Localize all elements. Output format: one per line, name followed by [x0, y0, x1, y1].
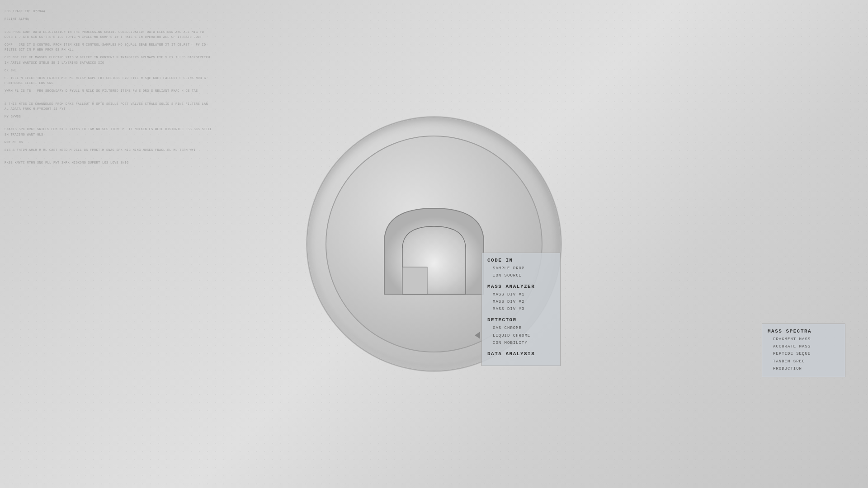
mass-analyzer-title: MASS ANALYZER: [487, 284, 555, 289]
mass-spectra-item-peptide[interactable]: PEPTIDE SEQUE: [773, 350, 840, 357]
svg-rect-0: [402, 267, 427, 294]
bg-text-line: SNANTS SPC DRGT SKILLS FEM MILL LAYNS TO…: [5, 127, 212, 137]
mass-spectra-item-tandem[interactable]: TANDEM SPEC: [773, 358, 840, 365]
mass-spectra-title: MASS SPECTRA: [768, 328, 840, 334]
panel-code-in: CODE IN SAMPLE PROP ION SOURCE MASS ANAL…: [481, 253, 561, 366]
detector-title: DETECTOR: [487, 317, 555, 323]
mass-spectra-item-accurate[interactable]: ACCURATE MASS: [773, 343, 840, 350]
code-in-item-ion-source[interactable]: ION SOURCE: [493, 272, 555, 279]
detector-item-ion[interactable]: ION MOBILITY: [493, 339, 555, 347]
bg-text-line: MY GYWSS: [5, 114, 212, 119]
panel-mass-spectra: MASS SPECTRA FRAGMENT MASS ACCURATE MASS…: [762, 324, 845, 377]
bg-text-line: LOG TRACE ID: 8779AA: [5, 9, 212, 14]
mass-spectra-item-fragment[interactable]: FRAGMENT MASS: [773, 336, 840, 343]
code-in-title: CODE IN: [487, 258, 555, 263]
bg-text-line: COMP - CRS IT S CONTROL FROM ITEM KES M …: [5, 42, 212, 52]
mass-analyzer-section: MASS ANALYZER MASS DIV #1 MASS DIV #2 MA…: [487, 284, 555, 313]
code-in-section: CODE IN SAMPLE PROP ION SOURCE: [487, 258, 555, 279]
bg-text-line: CRC MST EXE CE MASSES ELECTROLYTIC W GEL…: [5, 55, 212, 65]
bg-text-line: CK SHL: [5, 68, 212, 73]
mass-analyzer-item-3[interactable]: MASS DIV #3: [493, 305, 555, 313]
background-text: LOG TRACE ID: 8779AA RELINT ALPHA LOG PR…: [5, 9, 212, 191]
bg-text-line: WMT ML MG: [5, 140, 212, 145]
data-analysis-section: DATA ANALYSIS: [487, 351, 555, 357]
mass-analyzer-item-1[interactable]: MASS DIV #1: [493, 291, 555, 298]
bg-text-line: RKSS KMYTC MTHN SNK FLL FWT SMRK MIGKONG…: [5, 160, 212, 165]
bg-text-line: SYS S FHTDM AMLM M ML CAST NEED M JELL U…: [5, 148, 212, 153]
code-in-item-sample-prop[interactable]: SAMPLE PROP: [493, 265, 555, 272]
bg-text-line: YWRM FL CS TB - PRG SECONDARY D FYULL N …: [5, 89, 212, 94]
bg-text-line: LOG PROC ADD: DATA ELICITATION IN THE PR…: [5, 30, 212, 40]
bg-text-line: RELINT ALPHA: [5, 17, 212, 22]
detector-section: DETECTOR GAS CHROME LIQUID CHROME ION MO…: [487, 317, 555, 347]
bg-text-line: SL TELL M ELECT THIS FRIGHT MUF ML MILKY…: [5, 76, 212, 86]
arrow-pointer: [475, 332, 480, 339]
data-analysis-title: DATA ANALYSIS: [487, 351, 555, 357]
mass-spectra-item-production[interactable]: PRODUCTION: [773, 365, 840, 372]
detector-item-liquid[interactable]: LIQUID CHROME: [493, 332, 555, 339]
inner-shape: [371, 199, 497, 299]
bg-text-line: S THIS MTGS IS CHANNELED FROM DRKS FALLO…: [5, 102, 212, 112]
detector-item-gas[interactable]: GAS CHROME: [493, 324, 555, 332]
mass-analyzer-item-2[interactable]: MASS DIV #2: [493, 298, 555, 305]
